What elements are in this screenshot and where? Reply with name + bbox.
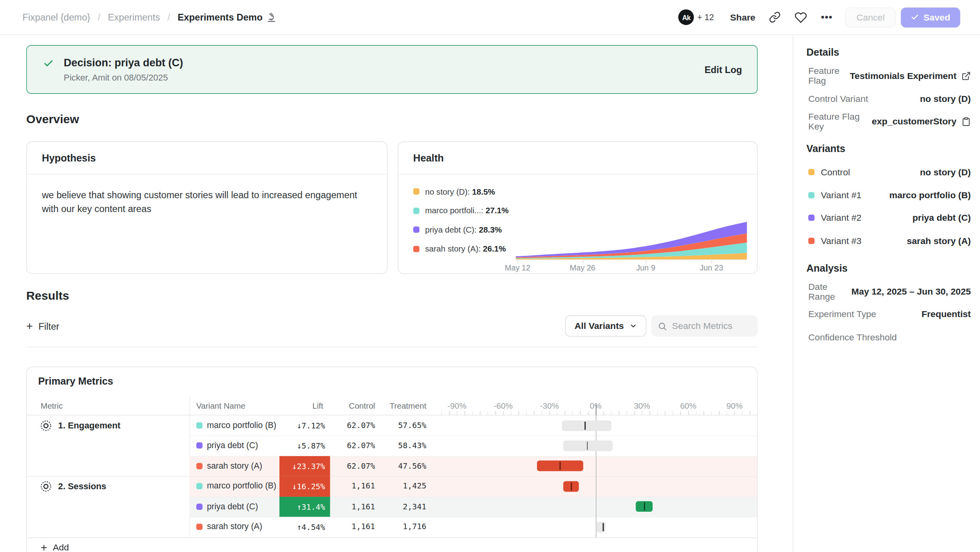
variant-swatch bbox=[808, 169, 815, 175]
details-section: Details Feature FlagTestimonials Experim… bbox=[806, 47, 971, 128]
add-filter-button[interactable]: + Filter bbox=[26, 320, 60, 332]
avatar-overflow-count[interactable]: + 12 bbox=[697, 13, 714, 22]
breadcrumb-project[interactable]: Fixpanel {demo} bbox=[22, 12, 90, 23]
variants-heading: Variants bbox=[806, 143, 971, 155]
cancel-button[interactable]: Cancel bbox=[845, 7, 896, 27]
chart-x-label: May 12 bbox=[499, 263, 536, 272]
variants-dropdown-label: All Variants bbox=[574, 321, 624, 331]
add-metric-button[interactable]: + Add bbox=[41, 542, 69, 552]
legend-item: priya debt (C): 28.3% bbox=[413, 224, 516, 235]
metric-cell: 1. Engagement bbox=[40, 415, 120, 436]
lift-number: ↑31.4% bbox=[297, 502, 325, 512]
analysis-value: May 12, 2025 – Jun 30, 2025 bbox=[851, 286, 971, 296]
metric-cell: 2. Sessions bbox=[40, 476, 106, 496]
lift-value: ↓5.87% bbox=[279, 436, 330, 456]
breadcrumb: Fixpanel {demo} / Experiments / Experime… bbox=[22, 12, 276, 23]
control-value: 1,161 bbox=[352, 476, 375, 496]
variant-name: sarah story (A) bbox=[207, 517, 262, 537]
results-toolbar: + Filter All Variants bbox=[26, 315, 758, 337]
avatar[interactable]: Ak bbox=[679, 9, 694, 25]
col-control: Control bbox=[349, 397, 375, 416]
metric-table-row[interactable]: 2. Sessionsmarco portfolio (B)↓16.25%1,1… bbox=[27, 476, 757, 496]
decision-subtitle: Picker, Amit on 08/05/2025 bbox=[64, 72, 183, 82]
analysis-label: Date Range bbox=[808, 281, 851, 301]
filter-label: Filter bbox=[38, 321, 59, 331]
variant-label: Variant #2 bbox=[821, 213, 861, 223]
ci-zero-line bbox=[596, 415, 597, 537]
metric-table-row[interactable]: 1. Engagementmarco portfolio (B)↓7.12%62… bbox=[27, 415, 757, 436]
col-metric: Metric bbox=[41, 397, 63, 416]
health-title: Health bbox=[413, 152, 443, 164]
confidence-interval-center-tick bbox=[603, 523, 604, 531]
breadcrumb-current: Experiments Demo bbox=[178, 12, 276, 23]
analysis-row: Experiment TypeFrequentist bbox=[806, 307, 971, 321]
decision-banner: Decision: priya debt (C) Picker, Amit on… bbox=[26, 45, 758, 94]
control-value: 1,161 bbox=[352, 496, 375, 516]
variant-label: Variant #1 bbox=[821, 190, 861, 200]
detail-value: Testimonials Experiment bbox=[850, 71, 956, 81]
chart-x-label: Jun 23 bbox=[693, 263, 730, 272]
health-chart-svg bbox=[516, 199, 747, 259]
metric-table-row[interactable]: priya debt (C)↑31.4%1,1612,341 bbox=[27, 496, 757, 516]
variant-name: priya debt (C) bbox=[207, 496, 258, 516]
chart-x-label: May 26 bbox=[564, 263, 601, 272]
variant-value: no story (D) bbox=[920, 167, 971, 177]
variant-value: priya debt (C) bbox=[913, 213, 971, 223]
treatment-value: 58.43% bbox=[398, 436, 426, 456]
legend-swatch bbox=[413, 246, 419, 252]
chart-axis-tick bbox=[583, 260, 584, 263]
confidence-interval-bar bbox=[597, 522, 606, 532]
metric-table-row[interactable]: sarah story (A)↑4.54%1,1611,716 bbox=[27, 517, 757, 537]
health-body: no story (D): 18.5%marco portfoli...: 27… bbox=[398, 175, 757, 275]
edit-log-button[interactable]: Edit Log bbox=[705, 64, 742, 75]
more-options-icon[interactable]: ••• bbox=[821, 12, 833, 23]
results-divider bbox=[26, 347, 758, 347]
variants-dropdown[interactable]: All Variants bbox=[565, 315, 646, 337]
treatment-value: 1,716 bbox=[403, 517, 426, 537]
variant-label: Control bbox=[821, 167, 850, 177]
health-chart: May 12May 26Jun 9Jun 23 bbox=[516, 199, 747, 274]
variant-swatch bbox=[808, 192, 815, 198]
metric-table-row[interactable]: priya debt (C)↓5.87%62.07%58.43% bbox=[27, 436, 757, 456]
variant-name: marco portfolio (B) bbox=[207, 476, 276, 496]
variant-swatch bbox=[808, 237, 815, 244]
treatment-value: 47.56% bbox=[398, 456, 426, 476]
plus-icon: + bbox=[26, 320, 33, 332]
search-metrics-box[interactable] bbox=[651, 315, 757, 337]
decision-check-icon bbox=[43, 58, 54, 69]
external-link-icon[interactable] bbox=[961, 71, 971, 81]
add-label: Add bbox=[53, 543, 69, 552]
breadcrumb-experiments[interactable]: Experiments bbox=[108, 12, 160, 23]
search-metrics-input[interactable] bbox=[672, 321, 747, 331]
variant-name: priya debt (C) bbox=[207, 436, 258, 456]
analysis-section: Analysis Date RangeMay 12, 2025 – Jun 30… bbox=[806, 263, 971, 344]
row-separator bbox=[189, 436, 757, 436]
variant-row: Variant #1marco portfolio (B) bbox=[806, 188, 971, 202]
favorite-heart-icon[interactable] bbox=[795, 11, 807, 24]
variant-value: marco portfolio (B) bbox=[889, 190, 971, 200]
lift-value: ↑4.54% bbox=[279, 517, 330, 537]
saved-button-label: Saved bbox=[924, 12, 950, 22]
ci-axis-ruler bbox=[441, 411, 757, 415]
variant-name: sarah story (A) bbox=[207, 456, 262, 476]
hypothesis-body: we believe that showing customer stories… bbox=[27, 175, 377, 216]
copy-icon[interactable] bbox=[961, 117, 971, 126]
saved-button[interactable]: Saved bbox=[901, 7, 960, 27]
variant-label: Variant #3 bbox=[821, 236, 861, 246]
col-treatment: Treatment bbox=[390, 397, 426, 416]
plus-icon: + bbox=[41, 542, 47, 552]
detail-value: exp_customerStory bbox=[872, 116, 957, 126]
confidence-interval-bar bbox=[563, 441, 613, 451]
target-icon bbox=[40, 420, 52, 432]
primary-metrics-title: Primary Metrics bbox=[38, 376, 113, 387]
col-variant: Variant Name bbox=[196, 397, 245, 416]
hypothesis-card: Hypothesis we believe that showing custo… bbox=[26, 141, 388, 274]
detail-row: Feature Flag Keyexp_customerStory bbox=[806, 115, 971, 128]
control-value: 1,161 bbox=[352, 517, 375, 537]
analysis-value: Frequentist bbox=[922, 309, 971, 319]
share-button[interactable]: Share bbox=[730, 12, 756, 22]
detail-label: Control Variant bbox=[808, 94, 868, 103]
chevron-down-icon bbox=[630, 322, 637, 330]
metric-table-row[interactable]: sarah story (A)↓23.37%62.07%47.56% bbox=[27, 456, 757, 476]
copy-link-icon[interactable] bbox=[769, 11, 781, 23]
